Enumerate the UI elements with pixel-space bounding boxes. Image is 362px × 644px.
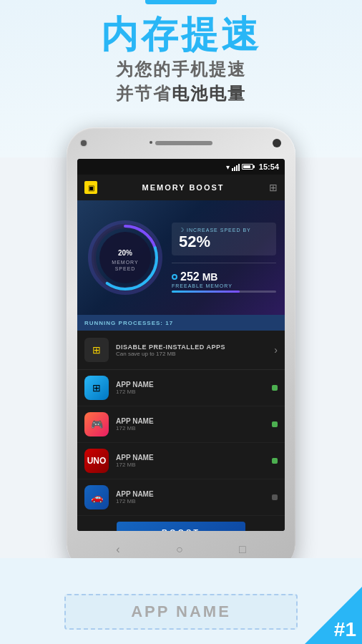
app-name-label: APP NAME bbox=[131, 602, 231, 621]
app-icon-3: UNO bbox=[84, 449, 109, 473]
app-list: ⊞ DISABLE PRE-INSTALLED APPS Can save up… bbox=[77, 331, 285, 531]
gauge-label-1: MEMORY bbox=[112, 259, 138, 265]
signal-bar-3 bbox=[236, 165, 238, 171]
main-title: 内存提速 bbox=[0, 10, 362, 60]
app-icon-2: 🎮 bbox=[84, 412, 109, 436]
back-button[interactable]: ‹ bbox=[116, 543, 119, 556]
home-button[interactable]: ○ bbox=[176, 543, 183, 556]
badge-text: #1 bbox=[334, 620, 356, 640]
speed-value: 52% bbox=[179, 233, 269, 250]
app-indicator-4 bbox=[272, 494, 278, 500]
sub-title: 为您的手机提速 并节省电池电量 bbox=[0, 57, 362, 105]
signal-bar-4 bbox=[238, 164, 240, 171]
list-item[interactable]: 🚗 APP NAME 172 MB bbox=[77, 479, 285, 516]
disable-row[interactable]: ⊞ DISABLE PRE-INSTALLED APPS Can save up… bbox=[77, 331, 285, 370]
processes-text: RUNNING PROCESSES: 17 bbox=[84, 320, 173, 326]
wifi-icon: ▾ bbox=[226, 163, 230, 171]
memory-gauge: 20% MEMORY SPEED bbox=[86, 218, 165, 297]
battery-tip bbox=[253, 165, 255, 168]
boost-button-area: BOOST bbox=[77, 516, 285, 531]
app-size-4: 172 MB bbox=[116, 498, 265, 504]
app-name-4: APP NAME bbox=[116, 490, 265, 498]
gauge-label-2: SPEED bbox=[112, 265, 138, 272]
bottom-section: APP NAME bbox=[0, 558, 362, 644]
phone-top bbox=[67, 127, 295, 159]
disable-subtitle: Can save up to 172 MB bbox=[116, 351, 267, 357]
status-time: 15:54 bbox=[259, 162, 279, 171]
list-item[interactable]: UNO APP NAME 172 MB bbox=[77, 443, 285, 479]
sub-title-line1: 为您的手机提速 bbox=[0, 57, 362, 82]
stats-divider bbox=[172, 263, 276, 263]
stats-panel: ☽ INCREASE SPEED BY 52% 252 MB FREEABLE … bbox=[172, 223, 276, 292]
app-info-2: APP NAME 172 MB bbox=[116, 417, 265, 431]
gauge-center: 20% MEMORY SPEED bbox=[112, 243, 138, 272]
gauge-percent: 20% bbox=[112, 243, 138, 258]
app-icon-symbol-2: 🎮 bbox=[91, 419, 103, 430]
app-icon-4: 🚗 bbox=[84, 485, 109, 509]
memory-value: 252 bbox=[180, 270, 200, 283]
app-name-box: APP NAME bbox=[64, 594, 298, 630]
app-icon-1: ⊞ bbox=[84, 376, 109, 400]
app-name-2: APP NAME bbox=[116, 417, 265, 425]
signal-bar-1 bbox=[232, 168, 233, 171]
memory-bar bbox=[172, 291, 276, 293]
grid-small-icon: ⊞ bbox=[92, 344, 101, 356]
disable-icon: ⊞ bbox=[84, 338, 109, 362]
list-item[interactable]: 🎮 APP NAME 172 MB bbox=[77, 406, 285, 443]
app-size-3: 172 MB bbox=[116, 462, 265, 468]
memory-section: 252 MB FREEABLE MEMORY bbox=[172, 270, 276, 293]
sub-title-line2: 并节省电池电量 bbox=[0, 82, 362, 106]
signal-bars bbox=[232, 162, 240, 171]
memory-bar-fill bbox=[172, 291, 240, 293]
battery-icon bbox=[242, 164, 253, 170]
disable-text: DISABLE PRE-INSTALLED APPS Can save up t… bbox=[116, 343, 267, 357]
app-screen: ▾ 15:54 ▣ MEMORY BOOST ⊞ bbox=[77, 159, 285, 531]
sub-title-highlight: 电池电量 bbox=[172, 84, 246, 103]
status-icons: ▾ bbox=[226, 162, 253, 171]
memory-label: FREEABLE MEMORY bbox=[172, 283, 276, 288]
app-indicator-2 bbox=[272, 421, 278, 427]
speed-label-text: INCREASE SPEED BY bbox=[187, 228, 251, 233]
signal-bar-2 bbox=[234, 167, 235, 171]
app-icon-symbol-3: UNO bbox=[87, 456, 107, 466]
gauge-label: MEMORY SPEED bbox=[112, 259, 138, 272]
app-header-icon: ▣ bbox=[84, 181, 97, 194]
app-icon-symbol-4: 🚗 bbox=[91, 492, 103, 503]
chevron-right-icon: › bbox=[274, 344, 278, 356]
speed-box: ☽ INCREASE SPEED BY 52% bbox=[172, 223, 276, 255]
app-icon-symbol-1: ⊞ bbox=[92, 382, 101, 394]
app-info-3: APP NAME 172 MB bbox=[116, 454, 265, 468]
memory-icon: ▣ bbox=[88, 184, 94, 192]
phone-frame: ▾ 15:54 ▣ MEMORY BOOST ⊞ bbox=[67, 127, 295, 571]
grid-icon[interactable]: ⊞ bbox=[269, 182, 278, 193]
list-item[interactable]: ⊞ APP NAME 172 MB bbox=[77, 370, 285, 406]
app-header: ▣ MEMORY BOOST ⊞ bbox=[77, 175, 285, 200]
memory-row: 252 MB bbox=[172, 270, 276, 283]
app-indicator-1 bbox=[272, 385, 278, 391]
app-info-1: APP NAME 172 MB bbox=[116, 381, 265, 395]
app-size-2: 172 MB bbox=[116, 425, 265, 431]
app-name-3: APP NAME bbox=[116, 454, 265, 462]
memory-dot-icon bbox=[172, 274, 177, 280]
percent-sign: % bbox=[126, 249, 132, 257]
app-size-1: 172 MB bbox=[116, 389, 265, 395]
battery-fill bbox=[243, 165, 250, 168]
memory-unit: MB bbox=[202, 271, 218, 283]
phone-sensor bbox=[273, 139, 281, 147]
app-header-title: MEMORY BOOST bbox=[142, 183, 224, 192]
app-name-1: APP NAME bbox=[116, 381, 265, 389]
processes-bar: RUNNING PROCESSES: 17 bbox=[77, 315, 285, 331]
status-bar: ▾ 15:54 bbox=[77, 159, 285, 175]
top-accent-bar bbox=[145, 0, 217, 4]
main-display: 20% MEMORY SPEED ☽ INCREASE SPEED BY 52% bbox=[77, 200, 285, 315]
front-camera bbox=[81, 140, 87, 146]
gauge-percent-value: 20 bbox=[118, 249, 126, 257]
app-info-4: APP NAME 172 MB bbox=[116, 490, 265, 504]
boost-button[interactable]: BOOST bbox=[117, 522, 245, 531]
recents-button[interactable]: □ bbox=[239, 543, 246, 556]
app-indicator-3 bbox=[272, 458, 278, 464]
phone-speaker bbox=[155, 141, 212, 145]
disable-title: DISABLE PRE-INSTALLED APPS bbox=[116, 343, 267, 351]
